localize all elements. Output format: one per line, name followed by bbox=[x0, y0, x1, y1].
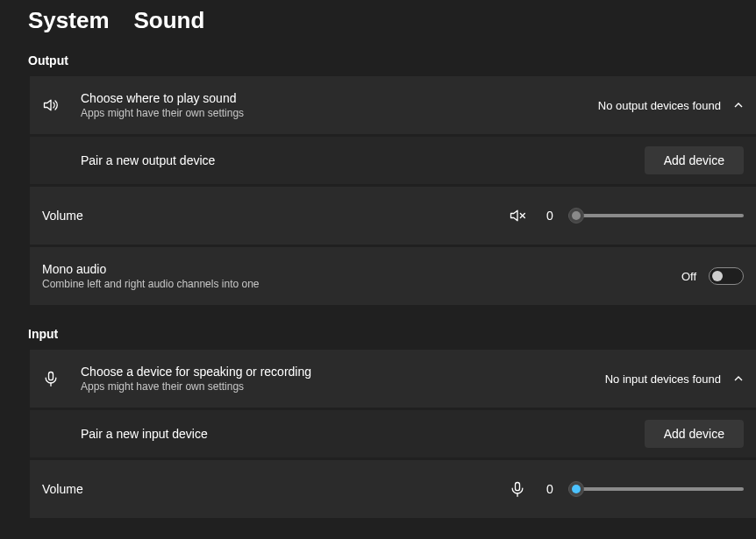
output-volume-label: Volume bbox=[42, 209, 509, 223]
output-volume-slider[interactable] bbox=[568, 207, 744, 224]
svg-marker-0 bbox=[45, 100, 52, 110]
mono-audio-title: Mono audio bbox=[42, 262, 681, 276]
input-choose-row[interactable]: Choose a device for speaking or recordin… bbox=[30, 350, 756, 408]
output-status: No output devices found bbox=[598, 99, 721, 112]
breadcrumb-parent[interactable]: System bbox=[28, 7, 110, 34]
output-choose-title: Choose where to play sound bbox=[81, 91, 598, 105]
output-volume-row: Volume 0 bbox=[30, 187, 756, 245]
microphone-icon bbox=[42, 370, 81, 387]
speaker-muted-icon[interactable] bbox=[509, 207, 526, 224]
output-choose-row[interactable]: Choose where to play sound Apps might ha… bbox=[30, 76, 756, 134]
output-volume-value: 0 bbox=[544, 209, 556, 223]
mono-audio-toggle[interactable] bbox=[709, 267, 744, 285]
input-pair-row: Pair a new input device Add device bbox=[30, 410, 756, 457]
input-volume-label: Volume bbox=[42, 482, 509, 496]
chevron-up-icon bbox=[733, 100, 744, 110]
add-output-device-button[interactable]: Add device bbox=[645, 146, 744, 174]
input-section-title: Input bbox=[0, 308, 756, 350]
output-choose-sub: Apps might have their own settings bbox=[81, 107, 598, 119]
speaker-icon bbox=[42, 96, 81, 114]
mono-audio-sub: Combine left and right audio channels in… bbox=[42, 278, 681, 290]
add-input-device-button[interactable]: Add device bbox=[645, 420, 744, 448]
output-pair-title: Pair a new output device bbox=[81, 153, 645, 167]
svg-rect-4 bbox=[49, 372, 53, 380]
input-volume-slider[interactable] bbox=[568, 480, 744, 498]
chevron-up-icon bbox=[733, 373, 744, 384]
svg-marker-1 bbox=[511, 210, 518, 221]
output-section-title: Output bbox=[0, 34, 756, 76]
mono-audio-row[interactable]: Mono audio Combine left and right audio … bbox=[30, 247, 756, 305]
output-pair-row: Pair a new output device Add device bbox=[30, 137, 756, 184]
microphone-icon[interactable] bbox=[509, 480, 526, 498]
mono-audio-state: Off bbox=[681, 270, 696, 283]
svg-rect-6 bbox=[516, 483, 520, 491]
input-volume-value: 0 bbox=[544, 482, 556, 496]
sound-settings-page: System Sound Output Choose where to play… bbox=[0, 0, 756, 518]
input-choose-sub: Apps might have their own settings bbox=[81, 380, 605, 393]
input-choose-title: Choose a device for speaking or recordin… bbox=[81, 365, 605, 379]
breadcrumb-current: Sound bbox=[134, 7, 205, 34]
input-volume-row: Volume 0 bbox=[30, 460, 756, 518]
breadcrumb: System Sound bbox=[0, 0, 756, 34]
input-status: No input devices found bbox=[605, 372, 721, 386]
input-pair-title: Pair a new input device bbox=[81, 427, 645, 441]
